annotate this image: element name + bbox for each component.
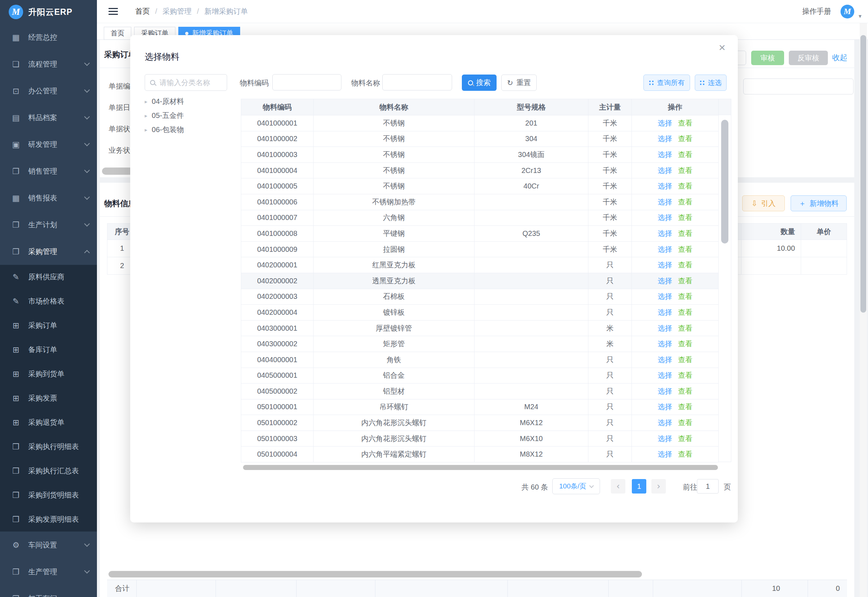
form-field-input[interactable] — [743, 79, 853, 94]
material-row[interactable]: 0401000001 不锈钢 201 千米 选择 查看 — [241, 115, 718, 131]
sidebar-item[interactable]: 销售报表 — [0, 184, 97, 211]
material-row[interactable]: 0403000001 厚壁镀锌管 米 选择 查看 — [241, 320, 718, 336]
material-row[interactable]: 0401000002 不锈钢 304 千米 选择 查看 — [241, 131, 718, 147]
view-link[interactable]: 查看 — [678, 386, 693, 396]
view-link[interactable]: 查看 — [678, 229, 693, 238]
material-row[interactable]: 0501000004 内六角平端紧定螺钉 M8X12 只 选择 查看 — [241, 446, 718, 462]
view-link[interactable]: 查看 — [678, 260, 693, 270]
select-link[interactable]: 选择 — [658, 150, 672, 160]
sidebar-subitem[interactable]: 采购发票明细表 — [0, 507, 97, 532]
select-link[interactable]: 选择 — [658, 434, 672, 444]
select-link[interactable]: 选择 — [658, 260, 672, 270]
material-row[interactable]: 0401000008 平键钢 Q235 千米 选择 查看 — [241, 226, 718, 241]
table-hscrollbar-thumb[interactable] — [243, 465, 718, 470]
select-link[interactable]: 选择 — [658, 307, 672, 317]
sidebar-item[interactable]: 研发管理 — [0, 131, 97, 158]
view-link[interactable]: 查看 — [678, 213, 693, 223]
query-all-button[interactable]: ∷ 查询所有 — [643, 74, 690, 91]
select-link[interactable]: 选择 — [658, 370, 672, 380]
view-link[interactable]: 查看 — [678, 355, 693, 365]
sidebar-item[interactable]: 流程管理 — [0, 50, 97, 77]
material-row[interactable]: 0401000005 不锈钢 40Cr 千米 选择 查看 — [241, 178, 718, 194]
table-vscrollbar[interactable] — [718, 99, 731, 462]
sidebar-subitem[interactable]: 采购执行明细表 — [0, 435, 97, 459]
current-page-button[interactable]: 1 — [632, 479, 646, 493]
material-row[interactable]: 0405000001 铝合金 只 选择 查看 — [241, 368, 718, 383]
material-row[interactable]: 0402000002 透黑亚克力板 只 选择 查看 — [241, 273, 718, 289]
next-page-button[interactable]: › — [651, 479, 666, 493]
breadcrumb-home[interactable]: 首页 — [135, 6, 150, 16]
view-link[interactable]: 查看 — [678, 166, 693, 175]
sidebar-item[interactable]: 车间设置 — [0, 532, 97, 558]
tree-expand-icon[interactable]: ▸ — [145, 98, 148, 105]
material-row[interactable]: 0401000009 拉圆钢 千米 选择 查看 — [241, 241, 718, 257]
view-link[interactable]: 查看 — [678, 181, 693, 191]
sidebar-item[interactable]: 生产计划 — [0, 211, 97, 238]
tree-expand-icon[interactable]: ▸ — [145, 127, 148, 133]
material-row[interactable]: 0401000007 六角钢 千米 选择 查看 — [241, 210, 718, 226]
page-vscrollbar[interactable] — [860, 23, 867, 597]
select-link[interactable]: 选择 — [658, 324, 672, 333]
view-link[interactable]: 查看 — [678, 134, 693, 144]
import-button[interactable]: ⇩ 引入 — [742, 195, 785, 211]
avatar[interactable]: M — [840, 5, 854, 18]
view-link[interactable]: 查看 — [678, 449, 693, 459]
view-link[interactable]: 查看 — [678, 292, 693, 301]
view-link[interactable]: 查看 — [678, 418, 693, 428]
manual-link[interactable]: 操作手册 — [802, 6, 831, 16]
select-link[interactable]: 选择 — [658, 229, 672, 238]
material-row[interactable]: 0402000001 红黑亚克力板 只 选择 查看 — [241, 257, 718, 273]
select-link[interactable]: 选择 — [658, 292, 672, 301]
search-button[interactable]: 搜索 — [462, 74, 496, 91]
category-search-input[interactable]: 请输入分类名称 — [145, 74, 227, 91]
material-row[interactable]: 0402000003 石棉板 只 选择 查看 — [241, 289, 718, 304]
page-vscrollbar-thumb[interactable] — [861, 35, 866, 313]
select-link[interactable]: 选择 — [658, 276, 672, 286]
view-link[interactable]: 查看 — [678, 370, 693, 380]
page-tab[interactable]: 首页 — [104, 27, 131, 40]
view-link[interactable]: 查看 — [678, 197, 693, 207]
material-row[interactable]: 0402000004 镀锌板 只 选择 查看 — [241, 304, 718, 320]
collapse-link[interactable]: 收起 — [832, 52, 847, 62]
view-link[interactable]: 查看 — [678, 150, 693, 160]
select-link[interactable]: 选择 — [658, 213, 672, 223]
select-link[interactable]: 选择 — [658, 166, 672, 175]
collapse-sidebar-icon[interactable] — [108, 6, 118, 16]
tree-node[interactable]: ▸ 05-五金件 — [145, 108, 184, 123]
tree-node[interactable]: ▸ 06-包装物 — [145, 123, 184, 137]
unaudit-button[interactable]: 反审核 — [789, 50, 828, 65]
view-link[interactable]: 查看 — [678, 324, 693, 333]
sidebar-item[interactable]: 生产管理 — [0, 558, 97, 585]
tree-expand-icon[interactable]: ▸ — [145, 113, 148, 119]
sidebar-item[interactable]: 采购管理 — [0, 238, 97, 265]
view-link[interactable]: 查看 — [678, 118, 693, 128]
table-hscrollbar-thumb[interactable] — [108, 571, 642, 578]
sidebar-item[interactable]: 经营总控 — [0, 24, 97, 50]
multi-select-button[interactable]: ∷ 连选 — [695, 74, 727, 91]
select-link[interactable]: 选择 — [658, 118, 672, 128]
breadcrumb-item[interactable]: 采购管理 — [163, 6, 192, 16]
view-link[interactable]: 查看 — [678, 276, 693, 286]
sidebar-item[interactable]: 办公管理 — [0, 77, 97, 104]
name-field-input[interactable] — [382, 74, 452, 91]
select-link[interactable]: 选择 — [658, 449, 672, 459]
user-dropdown-caret-icon[interactable]: ▾ — [859, 13, 862, 19]
sidebar-item[interactable]: 加工车间 — [0, 585, 97, 597]
sidebar-subitem[interactable]: 采购发票 — [0, 386, 97, 410]
view-link[interactable]: 查看 — [678, 307, 693, 317]
sidebar-item[interactable]: 销售管理 — [0, 158, 97, 184]
select-link[interactable]: 选择 — [658, 386, 672, 396]
tree-node[interactable]: ▸ 04-原材料 — [145, 94, 184, 108]
material-row[interactable]: 0403000002 矩形管 米 选择 查看 — [241, 336, 718, 352]
material-row[interactable]: 0401000006 不锈钢加热带 千米 选择 查看 — [241, 194, 718, 210]
sidebar-subitem[interactable]: 采购执行汇总表 — [0, 459, 97, 483]
view-link[interactable]: 查看 — [678, 339, 693, 349]
select-link[interactable]: 选择 — [658, 402, 672, 412]
sidebar-subitem[interactable]: 采购到货单 — [0, 362, 97, 386]
view-link[interactable]: 查看 — [678, 245, 693, 254]
material-row[interactable]: 0501000001 吊环螺钉 M24 只 选择 查看 — [241, 399, 718, 415]
table-vscrollbar-thumb[interactable] — [721, 120, 729, 244]
audit-button[interactable]: 审核 — [751, 50, 784, 65]
sidebar-subitem[interactable]: 采购到货明细表 — [0, 483, 97, 507]
sidebar-subitem[interactable]: 采购退货单 — [0, 410, 97, 435]
